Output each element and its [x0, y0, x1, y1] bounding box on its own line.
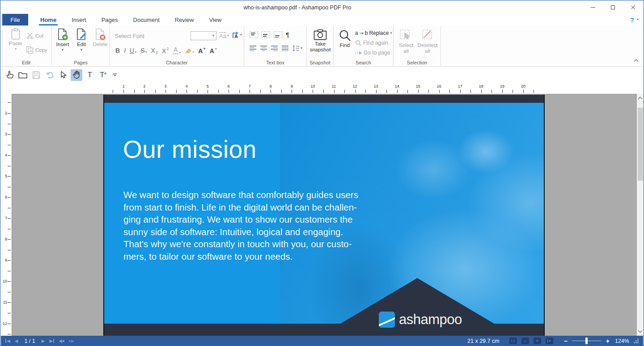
fit-page-button[interactable]: ≡ [534, 338, 541, 344]
zoom-slider[interactable] [572, 341, 602, 341]
delete-page-button[interactable]: Delete [91, 28, 109, 47]
v-ruler-tick [8, 176, 11, 177]
toolbar-overflow-button[interactable] [113, 73, 117, 76]
bold-button[interactable]: B [115, 47, 120, 54]
open-file-button[interactable] [17, 69, 29, 81]
tab-home[interactable]: Home [33, 14, 64, 25]
insert-page-icon [57, 28, 68, 41]
h-ruler-tick [397, 90, 398, 93]
tab-pages[interactable]: Pages [94, 14, 126, 25]
h-ruler-tick [491, 90, 492, 93]
align-center-button[interactable] [260, 46, 267, 51]
italic-button[interactable]: I [124, 47, 126, 54]
tab-file[interactable]: File [2, 14, 28, 25]
align-right-button[interactable] [271, 46, 278, 51]
maximize-button[interactable] [603, 1, 623, 14]
body-line: mers, to tailor our software to your nee… [123, 250, 358, 263]
superscript-button[interactable]: X2 [162, 46, 169, 55]
undo-button[interactable] [44, 69, 55, 81]
go-to-page-button[interactable]: Go to page [355, 50, 390, 56]
text-direction-dropdown-icon: ▾ [240, 33, 242, 37]
help-dropdown-icon[interactable]: ▾ [637, 18, 639, 21]
next-view-button[interactable]: ▶ [69, 339, 75, 343]
find-again-button[interactable]: Find again [355, 40, 388, 46]
first-page-button[interactable]: ◀ [5, 339, 10, 343]
deselect-all-button[interactable]: Deselectall [417, 29, 438, 54]
hand-tool-icon [72, 71, 81, 79]
h-ruler-tick [460, 90, 461, 93]
scroll-up-icon[interactable] [638, 97, 643, 101]
group-label-textbox: Text box [244, 60, 306, 65]
pdf-page[interactable]: Our mission We want to design software t… [103, 95, 545, 336]
delete-page-icon [94, 28, 106, 41]
h-ruler-tick [334, 90, 335, 93]
textbox-fit-bottom-button[interactable] [274, 31, 282, 38]
zoom-slider-handle[interactable] [585, 338, 588, 344]
find-button[interactable]: Find [336, 29, 353, 48]
replace-dropdown-icon: ▾ [390, 31, 392, 35]
font-color-button[interactable]: A▾ [173, 46, 181, 55]
previous-view-button[interactable]: ◀ [59, 339, 64, 343]
help-button[interactable]: ? [630, 16, 634, 24]
select-all-button[interactable]: Selectall [396, 29, 416, 54]
scroll-down-icon[interactable] [638, 329, 643, 333]
previous-page-button[interactable]: ◀ [15, 339, 18, 343]
take-snapshot-button[interactable]: Takesnapshot [310, 29, 330, 52]
edit-page-button[interactable]: Edit ▾ [72, 28, 90, 52]
h-ruler-tick [292, 90, 292, 93]
zoom-in-button[interactable]: + [606, 338, 610, 345]
add-text-tool-button[interactable]: T+ [97, 69, 109, 81]
v-ruler-tick [8, 229, 11, 229]
h-ruler-number: 1 [122, 84, 124, 89]
group-label-pages: Pages [52, 60, 110, 65]
align-justify-button[interactable] [282, 46, 288, 51]
change-case-dropdown-icon: ▾ [227, 34, 229, 38]
grow-font-button[interactable]: A+ [198, 46, 205, 55]
select-tool-button[interactable] [57, 69, 69, 81]
last-page-button[interactable]: ▶ [49, 339, 54, 343]
cut-button[interactable]: Cut [27, 33, 43, 39]
copy-button[interactable]: A Copy [26, 46, 47, 54]
actual-size-button[interactable]: 1:1 [509, 338, 517, 344]
hand-tool-button[interactable] [71, 69, 82, 81]
strikethrough-button[interactable]: S▾ [140, 47, 147, 54]
font-size-combo[interactable]: ▾ [191, 31, 216, 40]
align-left-button[interactable] [250, 46, 256, 51]
insert-page-button[interactable]: Insert ▾ [54, 28, 72, 52]
change-case-button[interactable]: Aa ▾ [219, 32, 229, 39]
two-page-view-button[interactable]: ≡ [546, 338, 553, 344]
zoom-out-button[interactable]: − [564, 338, 568, 345]
tab-view[interactable]: View [201, 14, 229, 25]
tab-insert[interactable]: Insert [64, 14, 94, 25]
tab-document[interactable]: Document [126, 14, 167, 25]
next-page-button[interactable]: ▶ [42, 339, 45, 343]
collapse-ribbon-button[interactable] [634, 59, 639, 64]
text-direction-button[interactable]: A ▾ [232, 31, 242, 39]
replace-button[interactable]: a b Replace ▾ [355, 30, 392, 36]
show-paragraph-marks-button[interactable]: ¶ [286, 31, 289, 38]
scrollbar-thumb[interactable] [638, 108, 643, 181]
click-tool-button[interactable] [4, 69, 15, 81]
subscript-button[interactable]: X2 [151, 47, 158, 54]
document-viewport[interactable]: Our mission We want to design software t… [12, 94, 637, 336]
underline-button[interactable]: U▾ [130, 47, 136, 54]
shrink-font-button[interactable]: A− [210, 46, 217, 55]
v-ruler-number: 6 [5, 195, 7, 199]
resize-grip[interactable] [634, 338, 639, 343]
fit-width-button[interactable]: ↔ [521, 338, 529, 344]
save-button[interactable] [30, 69, 42, 81]
minimize-button[interactable] [583, 1, 603, 14]
paste-button[interactable]: Paste ▾ [6, 28, 25, 51]
quick-toolbar: T T+ [1, 67, 643, 83]
h-ruler-tick [123, 90, 124, 93]
close-button[interactable] [623, 1, 643, 14]
text-tool-button[interactable]: T [84, 69, 96, 81]
h-ruler-tick [176, 90, 177, 93]
tab-review[interactable]: Review [167, 14, 202, 25]
line-spacing-button[interactable]: ▾ [292, 45, 302, 51]
vertical-scrollbar[interactable] [637, 94, 644, 336]
textbox-fit-middle-button[interactable] [262, 31, 270, 38]
highlight-button[interactable]: ▾ [185, 47, 194, 54]
ribbon-group-textbox: ¶ ▾ Text box [244, 26, 307, 66]
textbox-fit-top-button[interactable] [250, 31, 258, 38]
